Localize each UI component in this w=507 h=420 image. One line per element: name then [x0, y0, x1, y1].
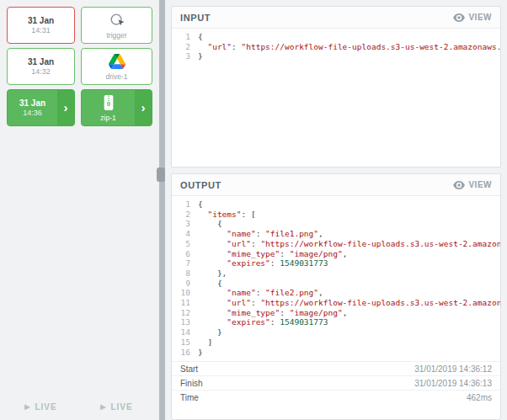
code-line: 13 "expires": 1549031773: [172, 317, 500, 327]
step-label: zip-1: [100, 114, 115, 122]
code-line: 16}: [172, 348, 500, 358]
live-label: LIVE: [110, 402, 132, 412]
line-number: 1: [172, 199, 198, 210]
line-number: 14: [172, 327, 198, 338]
play-icon: ▶: [100, 404, 106, 411]
run-time: 14:32: [31, 67, 51, 77]
chevron-right-icon: ›: [141, 101, 146, 114]
chevron-right-icon: ›: [64, 101, 68, 114]
run-list: 31 Jan 14:31 31 Jan 14:32 31 Jan 14:36 ›: [7, 7, 75, 126]
eye-icon: [453, 13, 465, 22]
step-label: trigger: [106, 31, 126, 40]
line-number: 8: [172, 268, 198, 279]
line-number: 12: [172, 308, 198, 318]
detail-pane: INPUT VIEW 1{2 "url": "https://workflow-…: [165, 0, 507, 420]
input-panel-title: INPUT: [180, 13, 211, 23]
execution-sidebar: 31 Jan 14:31 31 Jan 14:32 31 Jan 14:36 ›: [0, 0, 159, 420]
line-number: 3: [172, 219, 198, 229]
code-line: 1{: [172, 199, 500, 210]
code-line: 4 "name": "file1.png",: [172, 229, 500, 239]
run-card-2[interactable]: 31 Jan 14:32: [7, 48, 75, 85]
divider-drag-handle[interactable]: [157, 167, 165, 182]
output-view-button[interactable]: VIEW: [453, 180, 492, 189]
line-number: 3: [172, 51, 198, 61]
line-number: 4: [172, 229, 198, 239]
line-number: 6: [172, 249, 198, 259]
output-panel-title: OUTPUT: [180, 180, 221, 190]
summary-value: 31/01/2019 14:36:13: [414, 379, 492, 388]
line-number: 2: [172, 42, 198, 52]
line-number: 7: [172, 258, 198, 268]
output-panel-header: OUTPUT VIEW: [172, 174, 500, 196]
code-line: 8 },: [172, 268, 500, 279]
code-line: 12 "mime_type": "image/png",: [172, 308, 500, 318]
input-view-button[interactable]: VIEW: [453, 13, 492, 22]
run-time: 14:36: [23, 109, 42, 118]
output-code-editor[interactable]: 1{2 "items": [3 {4 "name": "file1.png",5…: [172, 196, 500, 357]
input-panel-header: INPUT VIEW: [172, 7, 500, 29]
run-card-3-selected[interactable]: 31 Jan 14:36 ›: [7, 89, 75, 126]
summary-label: Start: [180, 364, 198, 374]
line-number: 11: [172, 298, 198, 308]
step-card-drive[interactable]: drive-1: [81, 48, 152, 85]
line-number: 5: [172, 239, 198, 249]
code-line: 1{: [172, 32, 500, 42]
summary-value: 31/01/2019 14:36:12: [414, 364, 492, 374]
code-line: 3}: [172, 51, 500, 61]
line-number: 2: [172, 210, 198, 220]
zip-file-icon: [102, 93, 115, 112]
view-label: VIEW: [468, 13, 492, 22]
trigger-icon: [109, 11, 125, 29]
summary-label: Finish: [180, 379, 203, 388]
live-toggle-steps[interactable]: ▶ LIVE: [81, 402, 152, 412]
run-time: 14:31: [31, 26, 51, 35]
google-drive-icon: [109, 52, 125, 71]
code-line: 5 "url": "https://workflow-file-uploads.…: [172, 239, 500, 249]
pane-divider[interactable]: [159, 0, 165, 420]
line-number: 13: [172, 317, 198, 327]
step-expand-button[interactable]: ›: [135, 90, 152, 125]
run-expand-button[interactable]: ›: [57, 90, 74, 125]
code-line: 6 "mime_type": "image/png",: [172, 249, 500, 259]
step-card-trigger[interactable]: trigger: [81, 7, 152, 44]
line-number: 1: [172, 32, 198, 42]
code-line: 11 "url": "https://workflow-file-uploads…: [172, 298, 500, 308]
code-line: 2 "items": [: [172, 210, 500, 220]
input-panel: INPUT VIEW 1{2 "url": "https://workflow-…: [171, 6, 501, 167]
step-list: trigger drive-1: [81, 7, 152, 126]
live-toggle-runs[interactable]: ▶ LIVE: [7, 402, 75, 412]
run-date: 31 Jan: [28, 15, 54, 26]
run-date: 31 Jan: [19, 98, 45, 109]
live-label: LIVE: [35, 402, 56, 412]
summary-value: 462ms: [467, 393, 492, 402]
output-panel: OUTPUT VIEW 1{2 "items": [3 {4 "name": "…: [171, 173, 501, 420]
line-number: 10: [172, 288, 198, 298]
code-line: 2 "url": "https://workflow-file-uploads.…: [172, 42, 500, 52]
eye-icon: [453, 181, 465, 189]
line-number: 16: [172, 348, 198, 358]
run-card-1[interactable]: 31 Jan 14:31: [7, 7, 75, 44]
code-line: 14 }: [172, 327, 500, 338]
step-label: drive-1: [106, 72, 128, 81]
step-card-zip-selected[interactable]: zip-1 ›: [81, 89, 152, 126]
execution-summary: Start 31/01/2019 14:36:12 Finish 31/01/2…: [172, 361, 500, 404]
summary-row-time: Time 462ms: [172, 390, 500, 404]
code-line: 10 "name": "file2.png",: [172, 288, 500, 298]
summary-row-finish: Finish 31/01/2019 14:36:13: [172, 375, 500, 390]
code-line: 7 "expires": 1549031773: [172, 258, 500, 268]
summary-row-start: Start 31/01/2019 14:36:12: [172, 361, 500, 375]
summary-label: Time: [180, 393, 199, 402]
play-icon: ▶: [24, 404, 30, 411]
line-number: 9: [172, 279, 198, 289]
code-line: 15 ]: [172, 338, 500, 348]
view-label: VIEW: [468, 180, 492, 189]
line-number: 15: [172, 338, 198, 348]
run-date: 31 Jan: [28, 56, 54, 67]
code-line: 9 {: [172, 279, 500, 289]
input-code-editor[interactable]: 1{2 "url": "https://workflow-file-upload…: [172, 29, 500, 61]
code-line: 3 {: [172, 219, 500, 229]
